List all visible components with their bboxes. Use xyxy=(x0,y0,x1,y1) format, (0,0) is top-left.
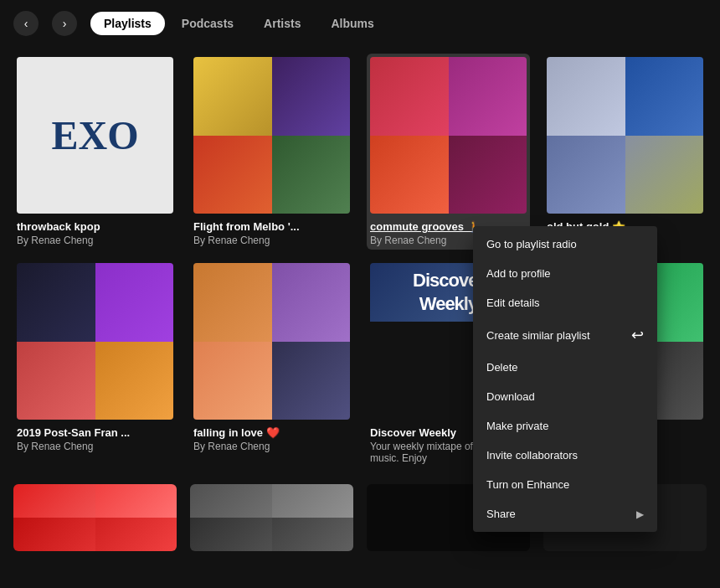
playlist-card-flight[interactable]: Flight from Melbo '... By Renae Cheng xyxy=(190,54,353,250)
context-menu-create-similar-playlist[interactable]: Create similar playlist ↩ xyxy=(473,317,657,353)
context-menu-delete[interactable]: Delete xyxy=(473,353,657,382)
playlist-thumb-commute-grooves xyxy=(370,57,527,214)
share-arrow-icon: ▶ xyxy=(636,508,644,520)
playlist-card-throwback-kpop[interactable]: EXO throwback kpop By Renae Cheng xyxy=(13,54,177,250)
playlist-card-post-san-fran[interactable]: 2019 Post-San Fran ... By Renae Cheng xyxy=(13,260,177,467)
playlist-thumb-old-but-gold xyxy=(547,57,703,214)
tab-albums[interactable]: Albums xyxy=(317,12,387,35)
bottom-card-1[interactable] xyxy=(13,484,177,551)
playlist-title-falling-in-love: falling in love ❤️ xyxy=(193,426,350,439)
playlist-thumb-flight xyxy=(193,57,350,214)
tab-artists[interactable]: Artists xyxy=(250,12,314,35)
context-menu-download[interactable]: Download xyxy=(473,382,657,411)
back-button[interactable]: ‹ xyxy=(13,11,39,36)
tab-podcasts[interactable]: Podcasts xyxy=(168,12,247,35)
playlist-card-falling-in-love[interactable]: falling in love ❤️ By Renae Cheng xyxy=(190,260,353,467)
playlist-card-commute-grooves[interactable]: commute grooves 🚶 By Renae Cheng xyxy=(367,54,530,250)
context-menu-edit-details[interactable]: Edit details xyxy=(473,288,657,317)
playlist-thumb-post-san-fran xyxy=(17,263,173,420)
context-menu-go-to-playlist-radio[interactable]: Go to playlist radio xyxy=(473,230,657,259)
playlist-subtitle-flight: By Renae Cheng xyxy=(193,235,350,246)
playlist-subtitle-post-san-fran: By Renae Cheng xyxy=(17,441,173,452)
playlist-thumb-throwback-kpop: EXO xyxy=(17,57,173,214)
playlist-subtitle-falling-in-love: By Renae Cheng xyxy=(193,441,350,452)
context-menu: Go to playlist radio Add to profile Edit… xyxy=(473,226,657,532)
context-menu-make-private[interactable]: Make private xyxy=(473,411,657,441)
tab-playlists[interactable]: Playlists xyxy=(90,12,165,35)
navigation-bar: ‹ › Playlists Podcasts Artists Albums xyxy=(0,0,720,47)
nav-tabs: Playlists Podcasts Artists Albums xyxy=(90,12,388,35)
playlist-grid-row1: EXO throwback kpop By Renae Cheng xyxy=(0,47,720,256)
playlist-card-old-but-gold[interactable]: old but gold ⭐ By Renae Cheng xyxy=(543,54,707,250)
context-menu-turn-on-enhance[interactable]: Turn on Enhance xyxy=(473,470,657,499)
playlist-title-flight: Flight from Melbo '... xyxy=(193,220,350,233)
forward-button[interactable]: › xyxy=(52,11,77,36)
context-menu-share[interactable]: Share ▶ xyxy=(473,499,657,529)
playlist-subtitle-throwback-kpop: By Renae Cheng xyxy=(17,235,173,246)
create-similar-arrow-icon: ↩ xyxy=(631,326,644,344)
playlist-title-throwback-kpop: throwback kpop xyxy=(17,220,173,233)
context-menu-add-to-profile[interactable]: Add to profile xyxy=(473,259,657,288)
playlist-title-post-san-fran: 2019 Post-San Fran ... xyxy=(17,426,173,439)
bottom-card-2[interactable] xyxy=(190,484,353,551)
playlist-thumb-falling-in-love xyxy=(193,263,350,420)
context-menu-invite-collaborators[interactable]: Invite collaborators xyxy=(473,441,657,470)
